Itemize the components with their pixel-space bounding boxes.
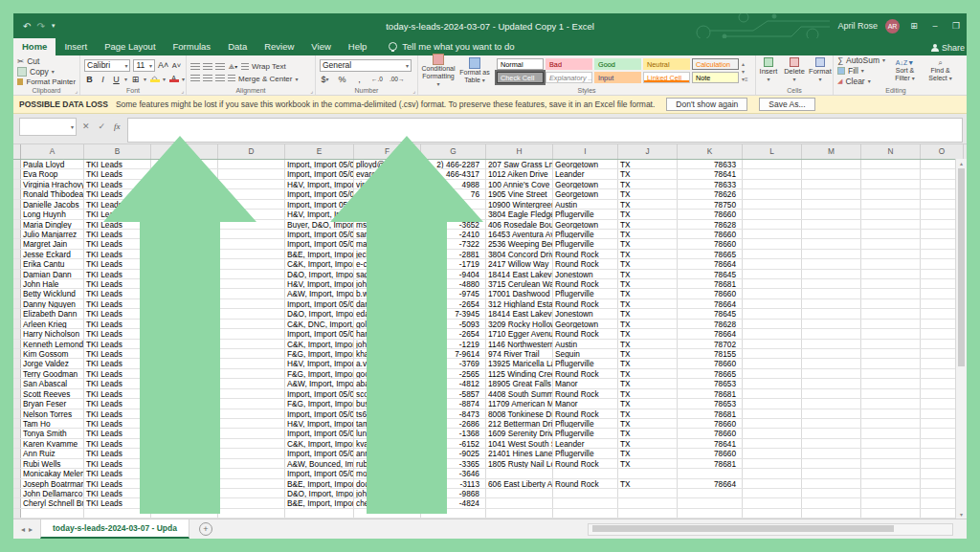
cell[interactable] [486, 509, 553, 518]
cell[interactable]: Nelson Torres [21, 409, 84, 418]
cell[interactable]: 78641 [678, 439, 743, 448]
column-header-N[interactable]: N [861, 144, 921, 159]
cell[interactable] [218, 349, 285, 358]
cell[interactable]: 16453 Aventura Aver [486, 230, 553, 238]
cell[interactable] [743, 379, 802, 387]
cell[interactable]: TKI Leads [84, 239, 151, 248]
cell[interactable] [802, 509, 861, 518]
cell[interactable] [743, 349, 802, 358]
select-all-corner[interactable] [13, 144, 21, 159]
cell[interactable] [218, 180, 285, 188]
cell[interactable] [802, 160, 861, 168]
cell[interactable]: H&V, Import, Import [285, 180, 354, 188]
cell[interactable] [802, 429, 861, 437]
number-dialog-launcher[interactable]: ⌟ [412, 87, 415, 94]
row-header[interactable] [13, 210, 21, 218]
cell[interactable]: Pflugerville [553, 239, 618, 248]
cell[interactable]: 207 Saw Grass Ln [486, 160, 553, 168]
cell[interactable]: 10900 Wintergreen H [486, 200, 553, 209]
cell[interactable]: Georgetown [553, 220, 618, 229]
save-as-button[interactable]: Save As... [759, 98, 814, 111]
cell[interactable]: Jonestown [553, 309, 618, 318]
cell[interactable]: TX [618, 479, 678, 488]
italic-button[interactable]: I [98, 74, 108, 85]
cell[interactable]: msu [354, 220, 421, 229]
cell-style-check-cell[interactable]: Check Cell [497, 72, 544, 83]
cell[interactable]: TX [618, 399, 678, 408]
cell[interactable]: TKI Leads [84, 419, 151, 428]
cell[interactable] [743, 160, 802, 168]
cell[interactable] [151, 469, 218, 477]
copy-button[interactable]: Copy▾ [17, 67, 76, 77]
cell[interactable]: Maria Dingley [21, 220, 84, 229]
cell[interactable] [802, 498, 861, 507]
column-header-L[interactable]: L [743, 144, 802, 159]
cell[interactable]: TKI Leads [84, 289, 151, 298]
row-header[interactable] [13, 498, 21, 507]
ribbon-tab-data[interactable]: Data [219, 38, 256, 55]
cell[interactable] [151, 509, 218, 518]
cell[interactable] [802, 369, 861, 378]
cell[interactable]: Import, Import 05/04 [285, 299, 354, 308]
cell[interactable] [218, 309, 285, 318]
cell[interactable]: Pflugerville [553, 359, 618, 367]
cell[interactable] [743, 340, 802, 348]
cell[interactable] [802, 239, 861, 248]
cell[interactable]: 78660 [678, 230, 743, 238]
format-as-table-button[interactable]: Format asTable ▾ [457, 57, 493, 84]
cell[interactable]: TX [618, 340, 678, 348]
cell[interactable] [743, 459, 802, 468]
cell[interactable]: 18905 Great Falls Dri [486, 379, 553, 387]
row-header[interactable] [13, 289, 21, 298]
cell[interactable]: TKI Leads [84, 389, 151, 398]
cell[interactable]: Leander [553, 439, 618, 448]
cell[interactable] [802, 250, 861, 258]
cell[interactable]: TKI Leads [84, 379, 151, 387]
cell[interactable]: TKI Leads [84, 169, 151, 178]
cell[interactable]: Import, Import 05/0 [285, 189, 354, 198]
cell[interactable] [743, 279, 802, 288]
cell[interactable]: Round Rock [553, 329, 618, 338]
cell[interactable]: TX [618, 309, 678, 318]
cell[interactable]: F&G, Import, Import [285, 349, 354, 358]
cell-style-note[interactable]: Note [692, 72, 739, 83]
cell[interactable] [218, 449, 285, 457]
cell[interactable]: 312 Highland Estates [486, 299, 553, 308]
cell[interactable]: 17001 Dashwood Cre [486, 289, 553, 298]
column-header-F[interactable]: F [354, 144, 421, 159]
cell-style-input[interactable]: Input [594, 72, 641, 83]
cell[interactable]: D&O, Import, Import [285, 270, 354, 278]
cell[interactable]: 78664 [678, 299, 743, 308]
cell[interactable] [802, 379, 861, 387]
cell[interactable]: Tam Ho [21, 419, 84, 428]
cell[interactable]: 78702 [678, 340, 743, 348]
cell[interactable]: -1368 [421, 429, 486, 437]
cell[interactable]: Ronald Thibodeaux [21, 189, 84, 198]
cell[interactable]: TX [618, 169, 678, 178]
cell[interactable]: TX [618, 409, 678, 418]
cell[interactable]: Import, Import 05/04 [285, 230, 354, 238]
cell-style-bad[interactable]: Bad [546, 58, 592, 70]
row-header[interactable] [13, 250, 21, 258]
cell[interactable] [151, 369, 218, 378]
cell[interactable] [743, 299, 802, 308]
cell[interactable]: TX [618, 220, 678, 229]
merge-center-button[interactable]: Merge & Center [238, 75, 292, 83]
cell[interactable]: Damian Dann [21, 270, 84, 278]
cell[interactable]: -1719 [421, 259, 486, 268]
cell[interactable] [743, 429, 802, 437]
cell[interactable] [802, 489, 861, 497]
cell[interactable] [861, 469, 921, 477]
cell[interactable] [802, 349, 861, 358]
font-size-combo[interactable]: 11▾ [133, 59, 155, 72]
accounting-format-icon[interactable]: $▾ [320, 74, 330, 85]
cell[interactable]: Long Huynh [21, 210, 84, 218]
cell[interactable] [743, 469, 802, 477]
cell[interactable] [218, 409, 285, 418]
cell[interactable] [802, 459, 861, 468]
cell[interactable] [861, 220, 921, 229]
cell[interactable] [151, 409, 218, 418]
cell[interactable] [218, 270, 285, 278]
cell[interactable] [354, 200, 421, 209]
cell[interactable]: 466-4317 [421, 169, 486, 178]
